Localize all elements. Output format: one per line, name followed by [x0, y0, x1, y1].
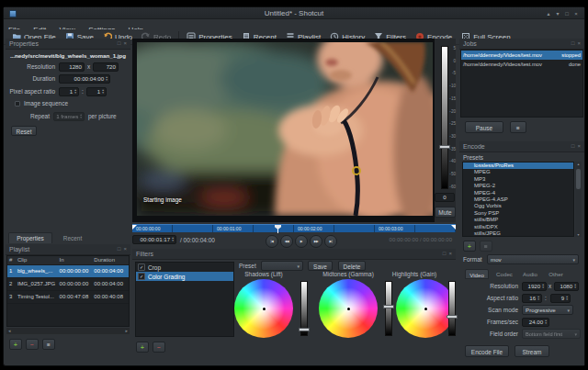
- tab-codec[interactable]: Codec: [492, 270, 516, 279]
- minimize-icon[interactable]: ▾: [553, 9, 562, 18]
- float-panel-icon[interactable]: □: [443, 249, 447, 259]
- scroll-down-icon[interactable]: ▾: [575, 232, 582, 237]
- pause-button[interactable]: Pause: [465, 121, 503, 133]
- video-frame[interactable]: [137, 42, 433, 216]
- reset-button[interactable]: Reset: [11, 126, 37, 136]
- trim-out-handle[interactable]: [451, 225, 456, 230]
- presets-scrollbar[interactable]: ▴ ▾: [575, 162, 582, 237]
- filter-add-button[interactable]: +: [136, 342, 149, 353]
- playlist-panel-titlebar[interactable]: Playlist □×: [6, 244, 130, 255]
- tab-video[interactable]: Video: [465, 269, 489, 279]
- checkbox-checked-icon[interactable]: ✓: [138, 273, 145, 280]
- preset-item[interactable]: Sony PSP: [463, 210, 573, 217]
- checkbox-checked-icon[interactable]: ✓: [138, 263, 145, 271]
- preset-item[interactable]: MPEG-4: [463, 190, 573, 196]
- float-panel-icon[interactable]: □: [118, 39, 121, 49]
- field-order-combobox[interactable]: Bottom field first: [522, 329, 581, 339]
- close-panel-icon[interactable]: ×: [123, 39, 127, 49]
- float-panel-icon[interactable]: □: [571, 39, 575, 49]
- encode-file-button[interactable]: Encode File: [465, 345, 509, 357]
- playlist-row-2[interactable]: 2 IMG_0257.JPG 00:00:00:00 00:00:04:00: [7, 278, 129, 291]
- enc-aspect-d-field[interactable]: 9: [550, 294, 571, 303]
- spinner-icon[interactable]: [545, 320, 547, 325]
- spinner-icon[interactable]: [74, 89, 76, 95]
- close-panel-icon[interactable]: ×: [123, 244, 127, 254]
- fps-field[interactable]: 24.00: [522, 318, 549, 327]
- repeat-field[interactable]: 1 frames: [53, 112, 85, 121]
- tab-properties[interactable]: Properties: [8, 232, 52, 243]
- highlights-color-wheel[interactable]: [396, 279, 455, 338]
- playlist-remove-button[interactable]: −: [26, 339, 39, 350]
- scroll-right-icon[interactable]: ▸: [125, 328, 128, 334]
- mute-button[interactable]: Mute: [435, 207, 456, 218]
- playlist-header-row[interactable]: # Clip In Duration: [7, 256, 129, 265]
- jobs-panel-titlebar[interactable]: Jobs □×: [459, 39, 584, 50]
- spinner-icon[interactable]: [574, 284, 576, 289]
- midtones-level-slider[interactable]: [385, 281, 392, 336]
- playlist-add-button[interactable]: +: [9, 339, 22, 350]
- keep-above-icon[interactable]: ▴: [544, 9, 553, 18]
- spinner-icon[interactable]: [542, 284, 544, 289]
- image-sequence-checkbox[interactable]: [15, 101, 20, 107]
- skip-to-end-button[interactable]: ▶|: [324, 235, 337, 248]
- volume-slider[interactable]: [441, 46, 448, 189]
- encode-panel-titlebar[interactable]: Encode □×: [459, 141, 584, 152]
- maximize-icon[interactable]: □: [562, 9, 571, 18]
- fast-forward-button[interactable]: ▶▶: [310, 235, 322, 248]
- playlist-hscrollbar[interactable]: ◂ ▸: [6, 328, 130, 334]
- duration-field[interactable]: 00:00:04:00: [59, 74, 110, 84]
- jobs-menu-button[interactable]: ≡: [510, 121, 526, 133]
- play-button[interactable]: ▶: [295, 235, 308, 248]
- rewind-button[interactable]: ◀◀: [280, 235, 293, 248]
- filters-panel-titlebar[interactable]: Filters □×: [132, 249, 456, 260]
- shadows-level-handle[interactable]: [299, 328, 310, 331]
- job-row[interactable]: /home/ddennedy/Videos/test.mov done: [461, 60, 582, 69]
- scrollbar-thumb[interactable]: [576, 169, 581, 189]
- midtones-level-handle[interactable]: [383, 305, 394, 308]
- playhead-handle[interactable]: [275, 225, 281, 230]
- par-den-field[interactable]: 1: [86, 87, 107, 96]
- volume-value-field[interactable]: 0: [435, 193, 455, 202]
- preset-item[interactable]: MPEG-2: [463, 183, 573, 189]
- tab-recent[interactable]: Recent: [56, 233, 89, 243]
- preset-menu-button[interactable]: ≡: [480, 241, 492, 252]
- preset-item[interactable]: Ogg Vorbis: [463, 203, 573, 209]
- preset-add-button[interactable]: +: [463, 241, 476, 252]
- tab-other[interactable]: Other: [544, 270, 568, 279]
- filter-item-color-grading[interactable]: ✓ Color Grading: [136, 272, 233, 281]
- scroll-left-icon[interactable]: ◂: [8, 328, 11, 334]
- spinner-icon[interactable]: [172, 237, 174, 242]
- enc-res-width-field[interactable]: 1920: [522, 282, 547, 291]
- preset-item[interactable]: MP3: [463, 176, 573, 183]
- close-panel-icon[interactable]: ×: [577, 141, 581, 151]
- close-icon[interactable]: ×: [571, 9, 581, 18]
- scroll-up-icon[interactable]: ▴: [575, 162, 582, 166]
- resolution-height-field[interactable]: 720: [93, 62, 119, 72]
- resolution-width-field[interactable]: 1280: [59, 62, 85, 72]
- tab-audio[interactable]: Audio: [518, 270, 542, 279]
- playlist-row-3[interactable]: 3 Timing Testol... 00:00:47:08 00:00:40:…: [7, 291, 129, 304]
- midtones-color-wheel[interactable]: [319, 279, 378, 338]
- job-row[interactable]: /home/ddennedy/Videos/test.mov stopped: [461, 50, 582, 60]
- preset-item[interactable]: lossless/ProRes: [463, 163, 573, 169]
- playlist-row-1[interactable]: 1 blg_wheels_... 00:00:00:00 00:00:04:00: [7, 265, 129, 278]
- spinner-icon[interactable]: [80, 114, 82, 119]
- filter-item-crop[interactable]: ✓ Crop: [136, 263, 233, 272]
- scan-mode-combobox[interactable]: Progressive: [522, 305, 573, 315]
- spinner-icon[interactable]: [106, 76, 107, 82]
- enc-res-height-field[interactable]: 1080: [554, 282, 579, 291]
- format-combobox[interactable]: mov: [487, 254, 579, 264]
- par-num-field[interactable]: 1: [59, 87, 79, 96]
- preset-item[interactable]: MPEG: [463, 169, 573, 175]
- close-panel-icon[interactable]: ×: [448, 249, 452, 259]
- shadows-color-wheel[interactable]: [234, 279, 293, 338]
- trim-in-handle[interactable]: [132, 225, 137, 230]
- close-panel-icon[interactable]: ×: [577, 39, 581, 49]
- scrub-bar[interactable]: 00:00:00:00 00:00:01:00 00:00:02:00 00:0…: [132, 224, 456, 232]
- current-time-field[interactable]: 00:00:01:17: [132, 235, 176, 244]
- title-bar[interactable]: Untitled* - Shotcut ▴ ▾ □ ×: [4, 7, 584, 19]
- float-panel-icon[interactable]: □: [118, 244, 121, 254]
- playlist-menu-button[interactable]: ≡: [42, 339, 55, 350]
- highlights-level-slider[interactable]: [448, 281, 456, 336]
- enc-aspect-n-field[interactable]: 16: [522, 294, 542, 303]
